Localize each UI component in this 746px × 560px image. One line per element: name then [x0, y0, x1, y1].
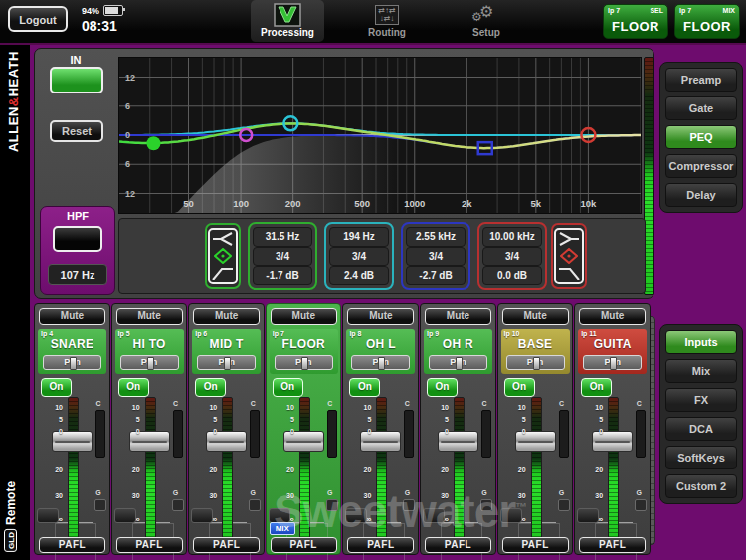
on-button[interactable]: On	[118, 378, 149, 397]
on-button[interactable]: On	[273, 378, 303, 397]
bank-tab-mix[interactable]: Mix	[665, 359, 737, 383]
on-button[interactable]: On	[41, 378, 72, 397]
proc-tab-compressor[interactable]: Compressor	[665, 154, 737, 178]
mute-button[interactable]: Mute	[425, 308, 491, 325]
mute-button[interactable]: Mute	[502, 308, 569, 325]
channel-name: HI TO	[115, 337, 184, 351]
bank-tab-fx[interactable]: FX	[665, 388, 737, 412]
mix-channel-button[interactable]: Ip 7 MIX FLOOR	[674, 4, 740, 39]
channel-name-plate[interactable]: Ip 11 GUITA Pan	[578, 329, 647, 374]
eq-response-graph[interactable]: 12606125010020050010002k5k10k	[118, 57, 642, 214]
mute-button[interactable]: Mute	[347, 308, 414, 325]
strip-corner-button[interactable]	[191, 508, 213, 523]
mute-button[interactable]: Mute	[116, 308, 183, 325]
hpf-button[interactable]	[53, 226, 102, 252]
pafl-button[interactable]: PAFL	[425, 537, 491, 553]
band-3-width[interactable]: 3/4	[406, 247, 466, 267]
pan-slider[interactable]: Pan	[43, 355, 101, 370]
band-4-width[interactable]: 3/4	[482, 247, 542, 267]
pafl-button[interactable]: PAFL	[39, 537, 105, 553]
pafl-button[interactable]: PAFL	[193, 537, 260, 553]
bank-tab-softkeys[interactable]: SoftKeys	[665, 446, 737, 469]
pafl-button[interactable]: PAFL	[502, 537, 569, 553]
band-2-freq[interactable]: 194 Hz	[329, 227, 389, 247]
tab-label: Setup	[450, 27, 523, 38]
peq-reset-button[interactable]: Reset	[50, 120, 103, 142]
pan-slider[interactable]: Pan	[506, 355, 565, 370]
proc-tab-peq[interactable]: PEQ	[665, 125, 737, 149]
pan-thumb[interactable]	[70, 357, 77, 370]
on-button[interactable]: On	[427, 378, 458, 397]
on-button[interactable]: On	[581, 378, 612, 397]
fader-scale-label: 30	[581, 492, 603, 499]
tab-routing[interactable]: ⇄↑⇄↓⇄↓Routing	[350, 0, 424, 42]
pan-thumb[interactable]	[147, 357, 154, 370]
mute-button[interactable]: Mute	[193, 308, 260, 325]
strip-corner-button[interactable]	[577, 508, 599, 523]
fader-scale-label: 10	[195, 404, 217, 411]
pan-thumb[interactable]	[224, 357, 231, 370]
strip-corner-button[interactable]	[37, 508, 59, 523]
pan-slider[interactable]: Pan	[583, 355, 642, 370]
selected-channel-button[interactable]: Ip 7 SEL FLOOR	[603, 4, 668, 39]
on-button[interactable]: On	[504, 378, 535, 397]
strip-corner-button[interactable]	[114, 508, 136, 523]
channel-name-plate[interactable]: Ip 5 HI TO Pan	[115, 329, 184, 374]
band-4-freq[interactable]: 10.00 kHz	[482, 227, 542, 247]
strip-corner-button[interactable]	[269, 508, 290, 523]
pan-slider[interactable]: Pan	[275, 355, 333, 370]
channel-name-plate[interactable]: Ip 10 BASE Pan	[501, 329, 570, 374]
proc-tab-preamp[interactable]: Preamp	[665, 68, 737, 92]
bank-tab-dca[interactable]: DCA	[665, 417, 737, 441]
strip-corner-button[interactable]	[345, 508, 367, 523]
bank-tab-inputs[interactable]: Inputs	[665, 330, 737, 354]
band-3-freq[interactable]: 2.55 kHz	[406, 227, 466, 247]
on-button[interactable]: On	[195, 378, 226, 397]
pan-thumb[interactable]	[378, 357, 385, 370]
pan-slider[interactable]: Pan	[351, 355, 410, 370]
pafl-button[interactable]: PAFL	[271, 537, 337, 553]
mute-button[interactable]: Mute	[39, 308, 105, 325]
band-2-gain[interactable]: 2.4 dB	[329, 266, 389, 285]
hpf-frequency-value[interactable]: 107 Hz	[48, 264, 107, 285]
strip-corner-button[interactable]	[423, 508, 445, 523]
band-2-width[interactable]: 3/4	[329, 247, 389, 267]
pan-slider[interactable]: Pan	[120, 355, 179, 370]
proc-tab-delay[interactable]: Delay	[665, 183, 737, 207]
band1-filter-type-selector[interactable]	[205, 223, 241, 289]
tab-processing[interactable]: Processing	[251, 0, 324, 42]
comp-meter	[481, 410, 491, 458]
pafl-button[interactable]: PAFL	[116, 537, 183, 553]
pan-thumb[interactable]	[533, 357, 540, 370]
logout-button[interactable]: Logout	[8, 6, 68, 32]
peq-in-button[interactable]	[50, 67, 103, 93]
pan-slider[interactable]: Pan	[429, 355, 487, 370]
channel-name-plate[interactable]: Ip 9 OH R Pan	[424, 329, 492, 374]
band4-filter-type-selector[interactable]	[551, 223, 587, 289]
battery-icon	[103, 5, 123, 16]
pafl-button[interactable]: PAFL	[579, 537, 646, 553]
band-3-gain[interactable]: -2.7 dB	[406, 266, 466, 285]
pafl-button[interactable]: PAFL	[347, 537, 414, 553]
pan-slider[interactable]: Pan	[197, 355, 256, 370]
band-4-gain[interactable]: 0.0 dB	[482, 266, 542, 285]
proc-tab-gate[interactable]: Gate	[665, 96, 737, 120]
band-1-gain[interactable]: -1.7 dB	[253, 266, 312, 285]
mute-button[interactable]: Mute	[579, 308, 646, 325]
band-1-freq[interactable]: 31.5 Hz	[253, 227, 312, 247]
tab-setup[interactable]: ⚙⚙Setup	[450, 0, 523, 42]
mute-button[interactable]: Mute	[271, 308, 337, 325]
channel-name-plate[interactable]: Ip 4 SNARE Pan	[38, 329, 106, 374]
on-button[interactable]: On	[349, 378, 380, 397]
channel-name-plate[interactable]: Ip 8 OH L Pan	[346, 329, 415, 374]
pan-thumb[interactable]	[456, 357, 463, 370]
pan-thumb[interactable]	[610, 357, 617, 370]
pan-thumb[interactable]	[301, 357, 308, 370]
strip-corner-button[interactable]	[500, 508, 522, 523]
channel-name-plate[interactable]: Ip 7 FLOOR Pan	[270, 329, 338, 374]
band-1-width[interactable]: 3/4	[253, 247, 312, 267]
bank-tab-custom-2[interactable]: Custom 2	[665, 474, 737, 498]
fader-scale-label: 5	[427, 416, 449, 423]
fader-scale-label: 20	[581, 467, 603, 473]
channel-name-plate[interactable]: Ip 6 MID T Pan	[192, 329, 261, 374]
